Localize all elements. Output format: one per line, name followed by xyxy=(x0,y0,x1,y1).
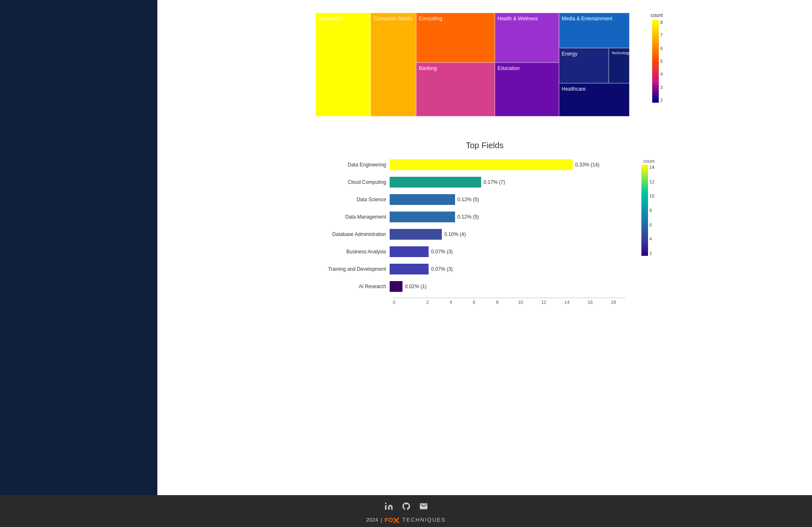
treemap-cell-healthcare: Healthcare xyxy=(559,83,629,116)
barchart-legend-ticks: 14 12 10 8 6 4 2 xyxy=(649,165,654,256)
barchart-title: Top Fields xyxy=(315,141,655,150)
treemap-label-banking: Banking xyxy=(419,65,437,71)
bar-fill-6 xyxy=(390,264,429,274)
svg-rect-0 xyxy=(652,20,659,103)
bars-container: Data Engineering0.33% (14)Cloud Computin… xyxy=(315,159,625,293)
svg-rect-1 xyxy=(641,165,648,256)
xaxis-tick-5: 10 xyxy=(509,300,532,305)
footer-year: 2024 xyxy=(366,517,378,523)
bar-track-5: 0.07% (3) xyxy=(390,246,625,257)
footer-icons xyxy=(384,502,428,513)
bar-value-7: 0.02% (1) xyxy=(405,284,426,289)
bar-value-5: 0.07% (3) xyxy=(431,249,453,255)
treemap-cell-automotive: Automotive xyxy=(316,13,371,116)
bar-row-0: Data Engineering0.33% (14) xyxy=(315,159,625,171)
bar-track-2: 0.12% (5) xyxy=(390,194,625,205)
footer-text: 2024 | FO TECHNIQUES xyxy=(366,516,446,524)
barchart-legend: count xyxy=(632,159,655,256)
bar-fill-4 xyxy=(390,229,442,240)
bar-label-4: Database Administration xyxy=(315,231,390,237)
xaxis-tick-2: 4 xyxy=(439,300,463,305)
bar-track-6: 0.07% (3) xyxy=(390,264,625,274)
xaxis-tick-3: 6 xyxy=(463,300,486,305)
footer: 2024 | FO TECHNIQUES xyxy=(0,495,812,527)
bar-value-1: 0.17% (7) xyxy=(484,179,505,185)
bar-label-1: Cloud Computing xyxy=(315,179,390,185)
bar-row-2: Data Science0.12% (5) xyxy=(315,193,625,206)
barchart-area: Data Engineering0.33% (14)Cloud Computin… xyxy=(315,159,625,305)
treemap-label-technology: Technology xyxy=(612,51,631,55)
bar-label-6: Training and Development xyxy=(315,266,390,272)
bar-track-7: 0.02% (1) xyxy=(390,281,625,292)
bar-row-7: AI Research0.02% (1) xyxy=(315,280,625,293)
treemap-label-consulting: Consulting xyxy=(419,16,443,22)
bar-label-2: Data Science xyxy=(315,197,390,202)
treemap-cell-media: Media & Entertainment xyxy=(559,13,629,48)
xaxis-tick-1: 2 xyxy=(416,300,439,305)
xaxis-tick-4: 8 xyxy=(486,300,509,305)
bar-row-1: Cloud Computing0.17% (7) xyxy=(315,176,625,188)
bar-label-3: Data Management xyxy=(315,214,390,220)
treemap-cell-consulting: Consulting xyxy=(416,13,495,63)
treemap-col3: Consulting Banking xyxy=(416,13,495,116)
treemap-label-health: Health & Wellness xyxy=(498,16,538,22)
bar-value-3: 0.12% (5) xyxy=(458,214,479,220)
treemap-label-energy: Energy xyxy=(562,51,578,57)
treemap-section: Automotive Consumer Goods Consulting Ban… xyxy=(315,12,655,116)
svg-point-2 xyxy=(385,503,386,504)
treemap-col5: Media & Entertainment Energy Technology … xyxy=(559,13,629,116)
treemap-cell-education: Education xyxy=(495,63,559,116)
bar-row-6: Training and Development0.07% (3) xyxy=(315,263,625,275)
bar-fill-7 xyxy=(390,281,403,292)
bar-value-0: 0.33% (14) xyxy=(575,162,600,168)
treemap-cell-technology: Technology xyxy=(609,48,629,83)
barchart-legend-inner: 14 12 10 8 6 4 2 xyxy=(641,165,654,256)
bar-label-0: Data Engineering xyxy=(315,162,390,168)
xaxis-tick-9: 18 xyxy=(602,300,625,305)
barchart-wrapper: Data Engineering0.33% (14)Cloud Computin… xyxy=(315,159,655,305)
treemap-cell-banking: Banking xyxy=(416,63,495,116)
barchart-legend-gradient xyxy=(641,165,648,256)
bar-track-3: 0.12% (5) xyxy=(390,212,625,222)
bar-row-5: Business Analysis0.07% (3) xyxy=(315,245,625,258)
treemap-cell-energy: Energy xyxy=(559,48,609,83)
treemap-label-healthcare: Healthcare xyxy=(562,86,586,92)
treemap-legend-title: count xyxy=(651,12,663,18)
github-icon[interactable] xyxy=(402,502,411,513)
barchart-section: Top Fields Data Engineering0.33% (14)Clo… xyxy=(315,141,655,305)
xaxis-tick-7: 14 xyxy=(555,300,578,305)
xaxis-tick-6: 12 xyxy=(532,300,555,305)
bar-track-1: 0.17% (7) xyxy=(390,177,625,188)
bar-row-4: Database Administration0.10% (4) xyxy=(315,228,625,241)
treemap-label-consumer-goods: Consumer Goods xyxy=(373,16,412,22)
bar-value-6: 0.07% (3) xyxy=(431,266,453,272)
barchart-legend-count-label: count xyxy=(643,159,655,164)
treemap-chart: Automotive Consumer Goods Consulting Ban… xyxy=(315,12,630,116)
bar-value-4: 0.10% (4) xyxy=(444,231,466,237)
bar-track-4: 0.10% (4) xyxy=(390,229,625,240)
treemap-legend-gradient xyxy=(652,20,659,103)
treemap-cell-consumer-goods: Consumer Goods xyxy=(371,13,416,116)
fox-logo: FO xyxy=(385,516,400,524)
treemap-col5-mid: Energy Technology xyxy=(559,48,629,83)
xaxis-tick-8: 16 xyxy=(578,300,602,305)
bar-label-7: AI Research xyxy=(315,284,390,289)
bar-fill-3 xyxy=(390,212,455,222)
treemap-legend-ticks: 8 7 6 5 4 3 2 xyxy=(660,20,663,103)
bar-fill-5 xyxy=(390,246,429,257)
treemap-label-education: Education xyxy=(498,65,520,71)
bar-label-5: Business Analysis xyxy=(315,249,390,255)
linkedin-icon[interactable] xyxy=(384,502,393,513)
treemap-cell-health: Health & Wellness xyxy=(495,13,559,63)
bar-fill-2 xyxy=(390,194,455,205)
bar-fill-1 xyxy=(390,177,481,188)
treemap-label-media: Media & Entertainment xyxy=(562,16,612,22)
bar-fill-0 xyxy=(390,159,573,170)
bar-value-2: 0.12% (5) xyxy=(458,197,479,202)
xaxis-tick-0: 0 xyxy=(393,300,416,305)
treemap-label-automotive: Automotive xyxy=(318,16,343,22)
email-icon[interactable] xyxy=(419,502,428,513)
bar-track-0: 0.33% (14) xyxy=(390,159,625,170)
treemap-legend: count xyxy=(638,12,663,103)
barchart-xaxis: 024681012141618 xyxy=(393,298,625,305)
